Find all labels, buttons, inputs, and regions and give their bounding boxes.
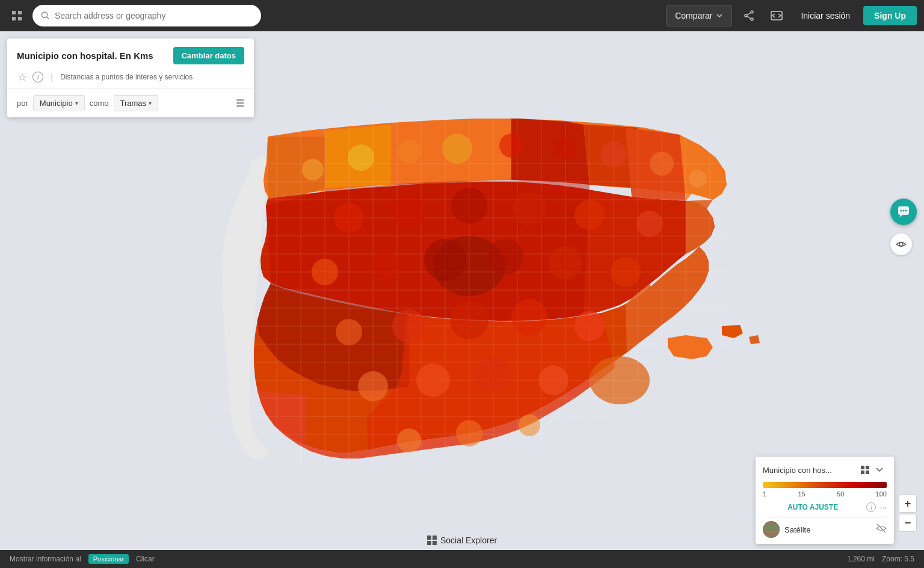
- svg-rect-2: [12, 17, 16, 20]
- svg-point-60: [334, 203, 364, 233]
- panel-subtitle-row: ☆ i | Distancias a puntos de interes y s…: [7, 69, 254, 89]
- posicionar-button[interactable]: Posicionar: [88, 554, 129, 564]
- auto-ajuste-info-icon[interactable]: i: [866, 502, 876, 512]
- svg-point-6: [751, 11, 753, 13]
- svg-point-53: [397, 140, 421, 164]
- mostrar-info-label: Mostrar información al: [10, 555, 81, 563]
- search-icon: [41, 11, 50, 20]
- svg-point-66: [312, 259, 338, 285]
- legend-label-1: 1: [763, 490, 766, 498]
- chat-button[interactable]: [890, 199, 917, 225]
- svg-point-63: [513, 192, 546, 226]
- distance-info: 1,260 mi: [847, 555, 875, 563]
- svg-point-97: [901, 210, 902, 212]
- info-icon[interactable]: i: [32, 72, 43, 82]
- svg-point-73: [392, 309, 426, 343]
- auto-ajuste-more-button[interactable]: ···: [879, 502, 887, 512]
- clicar-label: Clicar: [136, 555, 155, 563]
- embed-button[interactable]: [766, 5, 787, 26]
- satelite-thumbnail: [763, 521, 780, 538]
- eye-button[interactable]: [890, 233, 912, 255]
- satelite-hide-button[interactable]: [876, 523, 887, 536]
- left-panel: Municipio con hospital. En Kms Cambiar d…: [7, 39, 254, 117]
- legend-label-100: 100: [876, 490, 887, 498]
- svg-point-65: [636, 211, 663, 237]
- legend-grid-button[interactable]: [858, 463, 872, 477]
- comparar-button[interactable]: Comparar: [666, 5, 732, 26]
- svg-point-8: [745, 14, 747, 17]
- tramas-value: Tramas: [120, 99, 147, 108]
- svg-point-61: [392, 195, 426, 229]
- svg-rect-3: [18, 17, 22, 20]
- svg-point-52: [348, 144, 374, 171]
- svg-point-70: [549, 246, 582, 280]
- svg-rect-90: [861, 471, 864, 474]
- status-bar: Mostrar información al Posicionar Clicar…: [0, 550, 924, 568]
- chevron-down-icon: ▾: [149, 100, 152, 106]
- svg-point-72: [336, 319, 362, 345]
- svg-point-54: [442, 134, 472, 164]
- svg-point-71: [611, 257, 641, 287]
- panel-header: Municipio con hospital. En Kms Cambiar d…: [7, 39, 254, 69]
- legend-chevron-button[interactable]: [872, 463, 887, 477]
- svg-point-56: [555, 138, 576, 159]
- auto-ajuste-row: AUTO AJUSTE i ···: [763, 502, 887, 512]
- svg-rect-85: [433, 536, 437, 540]
- svg-point-7: [751, 18, 753, 20]
- svg-line-95: [877, 524, 886, 532]
- chevron-down-icon: [716, 12, 723, 19]
- svg-point-82: [456, 420, 482, 446]
- svg-rect-89: [866, 466, 869, 469]
- svg-point-74: [450, 301, 488, 339]
- search-box[interactable]: [32, 5, 261, 26]
- legend-gradient: [763, 482, 887, 488]
- panel-title: Municipio con hospital. En Kms: [17, 51, 153, 61]
- star-icon[interactable]: ☆: [17, 72, 28, 82]
- legend-header: Municipio con hos...: [763, 463, 887, 477]
- legend-title: Municipio con hos...: [763, 466, 858, 475]
- share-button[interactable]: [738, 5, 760, 26]
- svg-rect-94: [763, 531, 780, 533]
- header: Comparar Iniciar sesión Sign Up: [0, 0, 924, 31]
- social-explorer-logo: Social Explorer: [427, 536, 497, 545]
- grid-icon-btn[interactable]: [7, 6, 26, 25]
- svg-rect-1: [18, 11, 22, 14]
- svg-point-55: [499, 134, 523, 158]
- svg-rect-88: [861, 466, 864, 469]
- social-explorer-text: Social Explorer: [440, 536, 497, 545]
- svg-point-80: [538, 365, 568, 395]
- cambiar-datos-button[interactable]: Cambiar datos: [173, 47, 244, 64]
- iniciar-sesion-button[interactable]: Iniciar sesión: [793, 7, 857, 24]
- municipio-dropdown[interactable]: Municipio ▾: [33, 95, 85, 111]
- search-input[interactable]: [55, 11, 253, 20]
- svg-point-64: [574, 200, 605, 230]
- zoom-in-button[interactable]: +: [899, 495, 917, 513]
- svg-point-79: [475, 356, 511, 392]
- svg-point-57: [600, 141, 627, 168]
- menu-icon[interactable]: ☰: [236, 97, 244, 109]
- map-container[interactable]: Social Explorer Municipio con hospital. …: [0, 31, 924, 568]
- legend-panel: Municipio con hos... 1 15 50 100: [756, 457, 894, 544]
- svg-rect-91: [866, 471, 869, 474]
- panel-subtitle: Distancias a puntos de interes y servici…: [60, 73, 192, 81]
- legend-labels: 1 15 50 100: [763, 490, 887, 498]
- svg-point-77: [358, 371, 388, 401]
- satelite-label: Satélite: [784, 525, 871, 534]
- svg-point-67: [370, 251, 400, 281]
- svg-point-78: [416, 363, 450, 397]
- tramas-dropdown[interactable]: Tramas ▾: [114, 95, 159, 111]
- svg-line-10: [747, 16, 751, 19]
- map-controls-right: [890, 199, 917, 401]
- sign-up-button[interactable]: Sign Up: [863, 6, 917, 25]
- satelite-row: Satélite: [763, 517, 887, 538]
- svg-point-68: [424, 239, 466, 281]
- municipio-value: Municipio: [40, 99, 73, 108]
- por-label: por: [17, 99, 28, 108]
- svg-rect-93: [763, 526, 780, 529]
- como-label: como: [90, 99, 109, 108]
- svg-rect-0: [12, 11, 16, 14]
- svg-point-59: [689, 170, 707, 188]
- auto-ajuste-text[interactable]: AUTO AJUSTE: [763, 503, 863, 511]
- zoom-out-button[interactable]: −: [899, 514, 917, 532]
- svg-point-69: [487, 239, 523, 275]
